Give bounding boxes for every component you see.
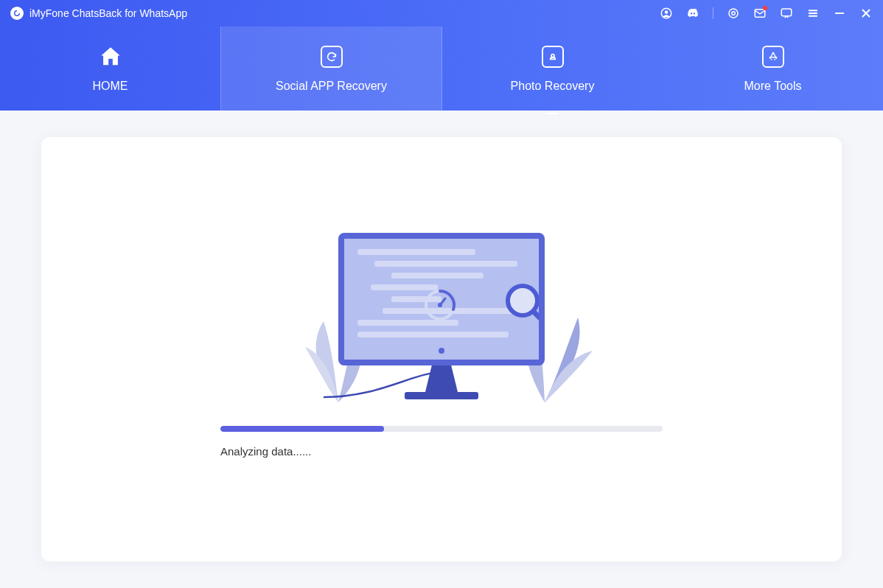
analyzing-illustration xyxy=(301,233,582,402)
home-icon xyxy=(98,44,123,69)
monitor-icon xyxy=(338,233,545,399)
nav-label-social: Social APP Recovery xyxy=(276,80,387,93)
nav-social-recovery[interactable]: Social APP Recovery xyxy=(220,27,442,111)
feedback-icon[interactable] xyxy=(780,7,793,20)
svg-line-17 xyxy=(440,298,445,305)
appstore-icon xyxy=(761,44,786,69)
nav-home[interactable]: HOME xyxy=(0,27,220,111)
progress-section: Analyzing data...... xyxy=(220,426,663,458)
progress-fill xyxy=(220,426,384,432)
progress-bar xyxy=(220,426,663,432)
content-area: Analyzing data...... xyxy=(0,111,883,588)
nav-more-tools[interactable]: More Tools xyxy=(663,27,883,111)
nav-photo-recovery[interactable]: Photo Recovery xyxy=(442,27,663,111)
menu-icon[interactable] xyxy=(806,7,820,20)
refresh-icon xyxy=(319,44,344,69)
gauge-icon xyxy=(424,289,456,321)
titlebar-right xyxy=(660,7,873,20)
svg-line-19 xyxy=(534,312,545,326)
monitor-base-icon xyxy=(405,392,478,399)
status-text: Analyzing data...... xyxy=(220,445,663,458)
monitor-stand-icon xyxy=(425,365,458,392)
app-title: iMyFone ChatsBack for WhatsApp xyxy=(29,7,187,19)
minimize-icon[interactable] xyxy=(833,7,846,20)
notification-dot-icon xyxy=(763,6,767,10)
svg-point-2 xyxy=(665,10,669,14)
app-logo-icon xyxy=(10,7,24,20)
titlebar-divider xyxy=(713,7,713,19)
svg-point-4 xyxy=(732,12,736,15)
nav-label-photo: Photo Recovery xyxy=(511,80,595,93)
discord-icon[interactable] xyxy=(686,7,699,20)
titlebar-left: iMyFone ChatsBack for WhatsApp xyxy=(10,7,660,20)
nav-label-home: HOME xyxy=(93,80,128,93)
headset-icon[interactable] xyxy=(660,7,673,20)
nav-label-more: More Tools xyxy=(744,80,802,93)
camera-dot-icon xyxy=(439,348,444,354)
svg-point-3 xyxy=(729,9,738,18)
titlebar: iMyFone ChatsBack for WhatsApp xyxy=(0,0,883,27)
mail-icon[interactable] xyxy=(753,7,767,20)
svg-rect-6 xyxy=(781,9,792,16)
magnifier-icon xyxy=(502,280,545,332)
photo-icon xyxy=(540,44,565,69)
screen-icon xyxy=(338,233,545,365)
target-icon[interactable] xyxy=(727,7,740,20)
main-nav: HOME Social APP Recovery Photo Recovery xyxy=(0,27,883,111)
close-icon[interactable] xyxy=(859,7,873,20)
progress-card: Analyzing data...... xyxy=(41,137,842,561)
app-window: iMyFone ChatsBack for WhatsApp xyxy=(0,0,883,588)
